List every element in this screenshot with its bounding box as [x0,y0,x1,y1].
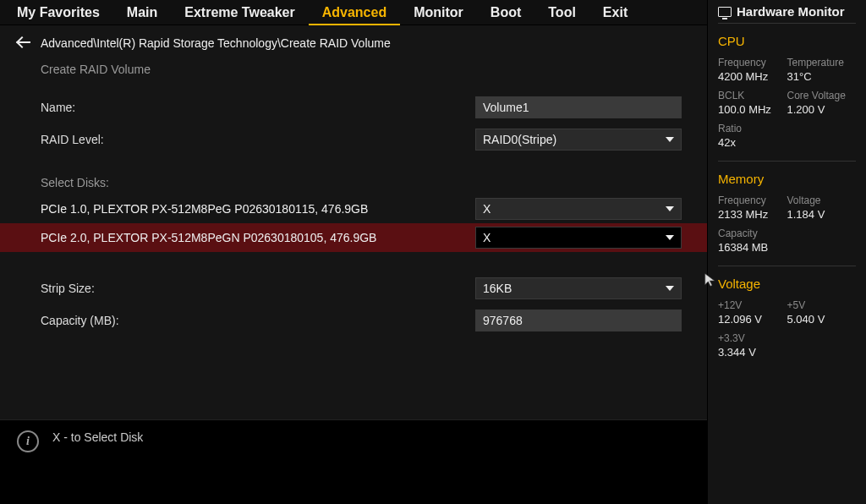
mem-volt-value: 1.184 V [787,208,857,221]
cpu-freq-label: Frequency [718,57,787,68]
strip-size-value: 16KB [483,282,512,295]
tab-extreme-tweaker[interactable]: Extreme Tweaker [171,0,308,25]
disk-0-value: X [483,202,491,216]
tab-my-favorites[interactable]: My Favorites [3,0,113,25]
tab-advanced[interactable]: Advanced [309,0,400,25]
disk-row-0[interactable]: PCIe 1.0, PLEXTOR PX-512M8PeG P026301801… [0,194,707,223]
tab-tool[interactable]: Tool [534,0,589,25]
tab-main[interactable]: Main [113,0,171,25]
v33-label: +3.3V [718,332,787,344]
v5-label: +5V [787,299,857,311]
mem-freq-label: Frequency [718,194,787,206]
raid-level-select[interactable]: RAID0(Stripe) [475,129,682,151]
back-arrow-icon[interactable] [17,36,32,51]
name-label: Name: [41,101,475,114]
breadcrumb: Advanced\Intel(R) Rapid Storage Technolo… [41,36,391,50]
mem-freq-value: 2133 MHz [718,208,787,221]
capacity-label: Capacity (MB): [41,314,475,327]
voltage-heading: Voltage [718,277,856,291]
hardware-monitor-title-row: Hardware Monitor [718,0,856,24]
chevron-down-icon [666,235,674,240]
monitor-icon [718,7,732,17]
disk-row-1[interactable]: PCIe 2.0, PLEXTOR PX-512M8PeGN P02630180… [0,223,707,252]
chevron-down-icon [666,286,674,291]
capacity-value: 976768 [483,314,523,327]
breadcrumb-row: Advanced\Intel(R) Rapid Storage Technolo… [0,25,707,54]
disk-0-select[interactable]: X [475,198,682,220]
v33-value: 3.344 V [718,346,787,359]
capacity-input[interactable]: 976768 [475,310,682,331]
tab-exit[interactable]: Exit [589,0,641,25]
raid-level-value: RAID0(Stripe) [483,133,556,146]
disk-1-select[interactable]: X [475,227,682,249]
cpu-corev-label: Core Voltage [787,90,857,101]
select-disks-label: Select Disks: [0,176,707,194]
v12-label: +12V [718,299,787,311]
name-input[interactable]: Volume1 [475,96,682,118]
strip-size-select[interactable]: 16KB [475,277,682,299]
tab-boot[interactable]: Boot [477,0,534,25]
hardware-monitor-title: Hardware Monitor [737,4,845,19]
cpu-freq-value: 4200 MHz [718,70,787,83]
cpu-temp-value: 31°C [787,70,857,83]
info-icon: i [17,430,39,452]
name-value: Volume1 [483,101,529,114]
disk-0-label: PCIe 1.0, PLEXTOR PX-512M8PeG P026301801… [41,202,475,216]
cpu-temp-label: Temperature [787,57,857,68]
v12-value: 12.096 V [718,313,787,326]
help-text: X - to Select Disk [52,430,143,444]
page-subtitle: Create RAID Volume [0,54,707,91]
cpu-bclk-label: BCLK [718,90,787,101]
mem-volt-label: Voltage [787,194,857,206]
cpu-ratio-label: Ratio [718,123,787,134]
mem-cap-value: 16384 MB [718,241,787,254]
chevron-down-icon [666,206,674,211]
tab-monitor[interactable]: Monitor [400,0,477,25]
raid-level-label: RAID Level: [41,133,475,146]
cpu-corev-value: 1.200 V [787,103,857,116]
main-panel: Advanced\Intel(R) Rapid Storage Technolo… [0,25,707,419]
v5-value: 5.040 V [787,313,857,326]
disk-1-value: X [483,231,491,244]
memory-heading: Memory [718,172,856,186]
cpu-heading: CPU [718,34,856,48]
mem-cap-label: Capacity [718,227,787,239]
cpu-bclk-value: 100.0 MHz [718,103,787,116]
help-bar: i X - to Select Disk [0,419,707,504]
chevron-down-icon [666,137,674,142]
disk-1-label: PCIe 2.0, PLEXTOR PX-512M8PeGN P02630180… [41,231,475,244]
strip-size-label: Strip Size: [41,282,475,295]
hardware-monitor-panel: Hardware Monitor CPU Frequency 4200 MHz … [707,0,866,504]
cpu-ratio-value: 42x [718,136,787,149]
